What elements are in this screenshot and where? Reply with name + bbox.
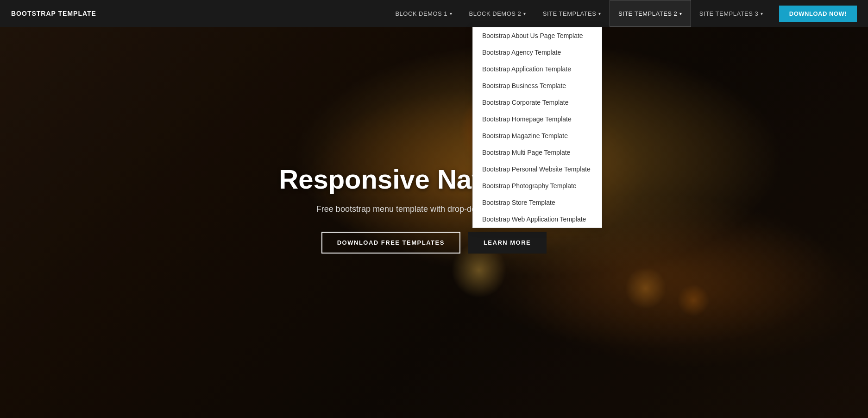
caret-icon-2: ▾ [523, 11, 526, 16]
dropdown-item[interactable]: Bootstrap Magazine Template [473, 127, 602, 144]
dropdown-item[interactable]: Bootstrap About Us Page Template [473, 27, 602, 44]
nav-label-site-templates: SITE TEMPLATES [543, 10, 597, 17]
hero-buttons: DOWNLOAD FREE TEMPLATES LEARN MORE [272, 232, 596, 253]
download-templates-button[interactable]: DOWNLOAD FREE TEMPLATES [321, 232, 460, 253]
caret-icon-5: ▾ [761, 11, 763, 16]
dropdown-item[interactable]: Bootstrap Multi Page Template [473, 144, 602, 161]
caret-icon-3: ▾ [598, 11, 601, 16]
dropdown-item[interactable]: Bootstrap Personal Website Template [473, 161, 602, 177]
nav-items: BLOCK DEMOS 1 ▾ BLOCK DEMOS 2 ▾ SITE TEM… [387, 0, 857, 27]
dropdown-item[interactable]: Bootstrap Store Template [473, 194, 602, 211]
nav-label-block-demos-1: BLOCK DEMOS 1 [395, 10, 447, 17]
dropdown-item[interactable]: Bootstrap Application Template [473, 61, 602, 77]
site-templates-2-dropdown: Bootstrap About Us Page TemplateBootstra… [472, 27, 602, 228]
caret-icon-4: ▾ [679, 11, 682, 16]
dropdown-item[interactable]: Bootstrap Photography Template [473, 177, 602, 194]
navbar-brand: BOOTSTRAP TEMPLATE [11, 10, 96, 17]
nav-label-site-templates-2: SITE TEMPLATES 2 [618, 10, 677, 17]
download-now-button[interactable]: DOWNLOAD NOW! [779, 6, 857, 22]
nav-label-block-demos-2: BLOCK DEMOS 2 [469, 10, 522, 17]
dropdown-item[interactable]: Bootstrap Homepage Template [473, 111, 602, 127]
learn-more-button[interactable]: LEARN MORE [468, 232, 547, 253]
hero-section: Responsive Navbar Tem Free bootstrap men… [0, 0, 868, 418]
dropdown-item[interactable]: Bootstrap Agency Template [473, 44, 602, 61]
nav-item-site-templates-3[interactable]: SITE TEMPLATES 3 ▾ [691, 0, 772, 27]
nav-item-site-templates[interactable]: SITE TEMPLATES ▾ [535, 0, 610, 27]
dropdown-item[interactable]: Bootstrap Web Application Template [473, 211, 602, 228]
nav-item-block-demos-1[interactable]: BLOCK DEMOS 1 ▾ [387, 0, 460, 27]
nav-item-site-templates-2[interactable]: SITE TEMPLATES 2 ▾ [610, 0, 691, 27]
navbar: BOOTSTRAP TEMPLATE BLOCK DEMOS 1 ▾ BLOCK… [0, 0, 868, 27]
caret-icon-1: ▾ [450, 11, 453, 16]
dropdown-item[interactable]: Bootstrap Business Template [473, 77, 602, 94]
nav-label-site-templates-3: SITE TEMPLATES 3 [699, 10, 758, 17]
dropdown-item[interactable]: Bootstrap Corporate Template [473, 94, 602, 111]
nav-item-block-demos-2[interactable]: BLOCK DEMOS 2 ▾ [461, 0, 535, 27]
